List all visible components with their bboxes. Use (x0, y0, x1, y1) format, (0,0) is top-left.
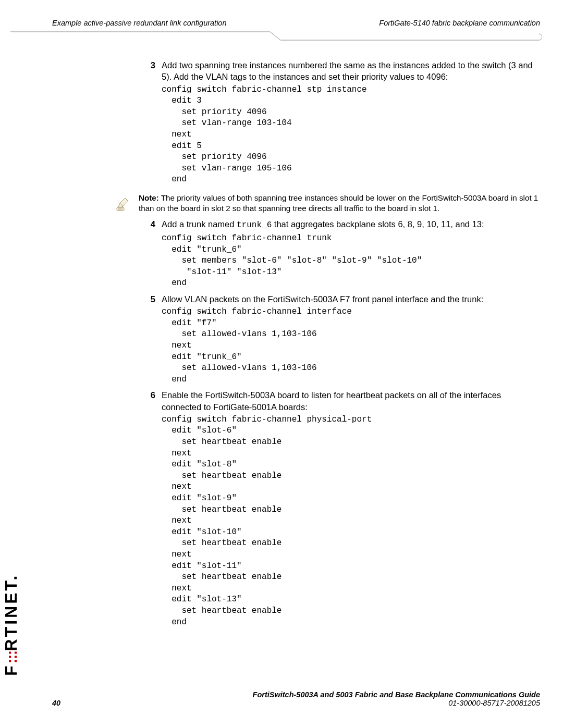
step-text: Allow VLAN packets on the FortiSwitch-50… (162, 293, 540, 305)
footer-title: FortiSwitch-5003A and 5003 Fabric and Ba… (52, 690, 540, 699)
doc-id: 01-30000-85717-20081205 (448, 699, 540, 707)
note-text: Note: The priority values of both spanni… (139, 193, 540, 214)
step-body: Enable the FortiSwitch-5003A board to li… (162, 389, 540, 630)
brand-logo: F:::RTINET. (2, 574, 21, 676)
page-header: Example active-passive redundant link co… (52, 19, 540, 33)
step-5: 5 Allow VLAN packets on the FortiSwitch-… (134, 293, 540, 387)
step-body: Add a trunk named trunk_6 that aggregate… (162, 218, 540, 291)
brand-part: F (2, 663, 20, 676)
brand-dots-icon: ::: (3, 651, 20, 663)
note-block: Note: The priority values of both spanni… (115, 193, 540, 214)
step-text-part: that aggregates backplane slots 6, 8, 9,… (272, 219, 484, 229)
page-body: 3 Add two spanning tree instances number… (134, 59, 540, 630)
brand-dot: . (2, 574, 20, 581)
step-number: 3 (134, 59, 162, 188)
note-icon (115, 193, 139, 213)
page-footer: FortiSwitch-5003A and 5003 Fabric and Ba… (52, 690, 540, 707)
step-number: 5 (134, 293, 162, 387)
header-left: Example active-passive redundant link co… (52, 19, 227, 27)
step-text: Add two spanning tree instances numbered… (162, 59, 540, 83)
code-block: config switch fabric-channel stp instanc… (162, 84, 540, 186)
step-body: Add two spanning tree instances numbered… (162, 59, 540, 188)
note-label: Note: (139, 193, 159, 202)
brand-part: RTINET (2, 580, 20, 651)
step-body: Allow VLAN packets on the FortiSwitch-50… (162, 293, 540, 387)
page-number: 40 (52, 699, 60, 707)
step-6: 6 Enable the FortiSwitch-5003A board to … (134, 389, 540, 630)
step-number: 4 (134, 218, 162, 291)
step-text: Add a trunk named trunk_6 that aggregate… (162, 218, 540, 231)
header-right: FortiGate-5140 fabric backplane communic… (379, 19, 540, 27)
code-block: config switch fabric-channel physical-po… (162, 414, 540, 628)
header-divider (10, 30, 542, 42)
step-number: 6 (134, 389, 162, 630)
step-text: Enable the FortiSwitch-5003A board to li… (162, 389, 540, 413)
code-block: config switch fabric-channel trunk edit … (162, 233, 540, 289)
step-text-part: Add a trunk named (162, 219, 237, 229)
note-body: The priority values of both spanning tre… (139, 193, 538, 213)
inline-code: trunk_6 (237, 220, 272, 230)
svg-rect-0 (117, 207, 124, 211)
step-4: 4 Add a trunk named trunk_6 that aggrega… (134, 218, 540, 291)
step-3: 3 Add two spanning tree instances number… (134, 59, 540, 188)
code-block: config switch fabric-channel interface e… (162, 306, 540, 385)
